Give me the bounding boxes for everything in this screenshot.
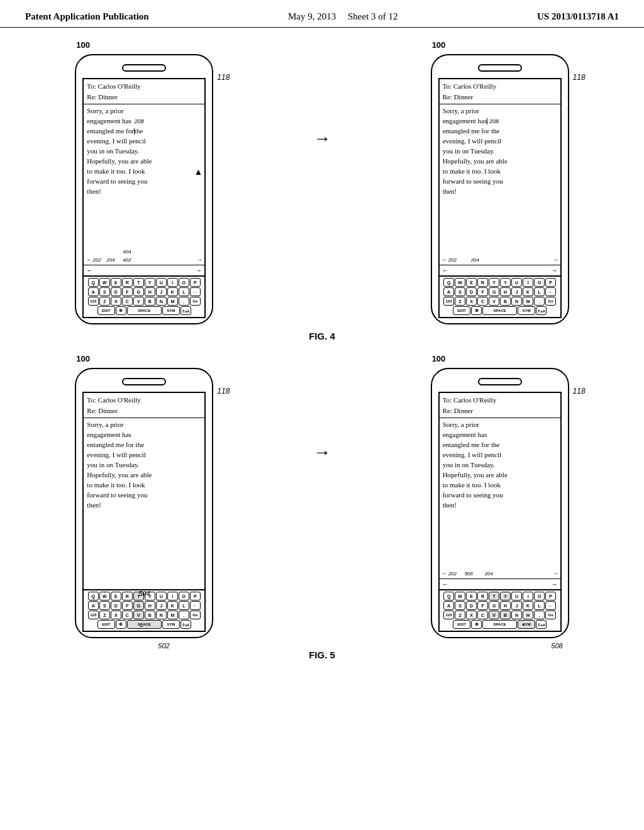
key-edit3[interactable]: EDIT (97, 620, 115, 629)
key-back3[interactable]: ← (190, 601, 201, 610)
key-s3[interactable]: S (99, 601, 110, 610)
key-v2[interactable]: V (489, 297, 499, 306)
key-o2[interactable]: O (534, 278, 545, 287)
key-shift4[interactable]: ⇧aA (536, 620, 547, 629)
key-c2[interactable]: C (477, 297, 488, 306)
key-h4[interactable]: H (500, 601, 511, 610)
key-space4[interactable]: SPACE (482, 620, 517, 629)
key-n2[interactable]: N (511, 297, 522, 306)
key-srace[interactable]: SRACE (127, 620, 162, 629)
key-l2[interactable]: L (534, 287, 545, 296)
key-p2[interactable]: P (545, 278, 556, 287)
key-f2[interactable]: F (477, 287, 488, 296)
key-v[interactable]: V (133, 297, 144, 306)
key-l4[interactable]: L (534, 601, 545, 610)
key-b[interactable]: B (145, 297, 155, 306)
key-q[interactable]: Q (88, 278, 99, 287)
key-e3[interactable]: E (111, 592, 121, 600)
key-x3[interactable]: X (111, 611, 121, 619)
key-j3[interactable]: J (156, 601, 167, 610)
key-symbol4[interactable]: ⊕ (471, 620, 482, 629)
key-u3[interactable]: U (156, 592, 167, 600)
key-a3[interactable]: A (88, 601, 99, 610)
key-shift3[interactable]: ⇧aA (180, 620, 191, 629)
key-v4[interactable]: V (489, 611, 499, 619)
key-edit4[interactable]: EDIT (453, 620, 470, 629)
key-back2[interactable]: ← (545, 287, 556, 296)
key-q3[interactable]: Q (88, 592, 99, 600)
key-sym[interactable]: SYM (162, 306, 180, 315)
key-z3[interactable]: Z (99, 611, 110, 619)
key-z[interactable]: Z (99, 297, 110, 306)
key-x4[interactable]: X (466, 611, 477, 619)
key-edit2[interactable]: EDIT (453, 306, 470, 315)
key-go2[interactable]: Go (545, 297, 556, 306)
key-shift[interactable]: ⇧aA (180, 306, 191, 315)
key-l[interactable]: L (179, 287, 189, 296)
key-dot3[interactable]: . (179, 611, 189, 619)
key-symbol[interactable]: ⊕ (116, 306, 126, 315)
key-i3[interactable]: I (167, 592, 178, 600)
key-x2[interactable]: X (466, 297, 477, 306)
key-i4[interactable]: I (523, 592, 533, 600)
key-g2[interactable]: G (489, 287, 499, 296)
key-t[interactable]: T (133, 278, 144, 287)
key-shift2[interactable]: ⇧aA (536, 306, 547, 315)
key-123-3[interactable]: 123 (88, 611, 99, 619)
key-r[interactable]: R (122, 278, 133, 287)
key-dot[interactable]: . (179, 297, 189, 306)
key-w3[interactable]: W (99, 592, 110, 600)
key-r4[interactable]: R (477, 592, 488, 600)
key-k4[interactable]: K (523, 601, 533, 610)
key-p3[interactable]: P (190, 592, 201, 600)
key-y2[interactable]: Y (500, 278, 511, 287)
key-v3[interactable]: V (133, 611, 144, 619)
key-y[interactable]: Y (145, 278, 155, 287)
key-l3[interactable]: L (179, 601, 189, 610)
key-o3[interactable]: O (179, 592, 189, 600)
key-f3[interactable]: F (122, 601, 133, 610)
key-space2[interactable]: SPACE (482, 306, 517, 315)
key-r3[interactable]: R (122, 592, 133, 600)
key-y4[interactable]: Y (500, 592, 511, 600)
key-d2[interactable]: D (466, 287, 477, 296)
key-w2[interactable]: W (455, 278, 465, 287)
key-i2[interactable]: I (523, 278, 533, 287)
key-q2[interactable]: Q (443, 278, 454, 287)
key-e4[interactable]: E (466, 592, 477, 600)
key-go[interactable]: Go (190, 297, 201, 306)
key-c4[interactable]: C (477, 611, 488, 619)
key-n4[interactable]: N (511, 611, 522, 619)
key-k2[interactable]: K (523, 287, 533, 296)
key-j4[interactable]: J (511, 601, 522, 610)
key-e2[interactable]: E (466, 278, 477, 287)
key-m2[interactable]: M (523, 297, 533, 306)
key-d3[interactable]: D (111, 601, 121, 610)
key-g4[interactable]: G (489, 601, 499, 610)
key-p4[interactable]: P (545, 592, 556, 600)
key-a2[interactable]: A (443, 287, 454, 296)
key-j2[interactable]: J (511, 287, 522, 296)
key-symbol3[interactable]: ⊕ (116, 620, 126, 629)
key-sym3[interactable]: SYM (162, 620, 180, 629)
key-a4[interactable]: A (443, 601, 454, 610)
key-w[interactable]: W (99, 278, 110, 287)
key-f4[interactable]: F (477, 601, 488, 610)
key-b4[interactable]: B (500, 611, 511, 619)
key-o4[interactable]: O (534, 592, 545, 600)
key-m4[interactable]: M (523, 611, 533, 619)
key-123[interactable]: 123 (88, 297, 99, 306)
key-dot2[interactable]: . (534, 297, 545, 306)
key-j[interactable]: J (156, 287, 167, 296)
key-go3[interactable]: Go (190, 611, 201, 619)
key-123-4[interactable]: 123 (443, 611, 454, 619)
key-h3[interactable]: H (145, 601, 155, 610)
key-dot4[interactable]: . (534, 611, 545, 619)
key-d4[interactable]: D (466, 601, 477, 610)
key-n[interactable]: N (156, 297, 167, 306)
key-u2[interactable]: U (511, 278, 522, 287)
key-k[interactable]: K (167, 287, 178, 296)
key-o[interactable]: O (179, 278, 189, 287)
key-s[interactable]: S (99, 287, 110, 296)
key-s2[interactable]: S (455, 287, 465, 296)
